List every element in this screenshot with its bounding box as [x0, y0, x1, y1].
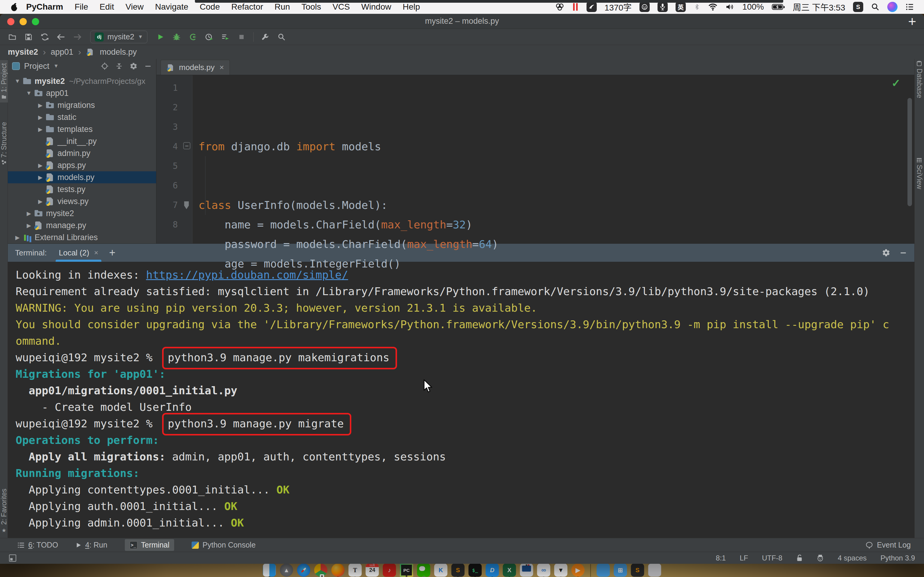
- locate-file-icon[interactable]: [101, 62, 108, 70]
- dock-icon-trash[interactable]: [648, 564, 661, 577]
- terminal-console[interactable]: Looking in indexes: https://pypi.douban.…: [8, 262, 914, 538]
- word-count[interactable]: 1370字: [604, 1, 632, 13]
- sogou-icon[interactable]: S: [853, 2, 863, 12]
- menu-item-navigate[interactable]: Navigate: [150, 0, 194, 14]
- unlock-icon[interactable]: [796, 554, 803, 562]
- synchronize-button[interactable]: [37, 31, 52, 44]
- tree-item-apps-py[interactable]: ▶apps.py: [8, 159, 156, 171]
- run-button[interactable]: [153, 31, 168, 44]
- parallels-pause-icon[interactable]: [572, 2, 579, 11]
- save-all-button[interactable]: [21, 31, 36, 44]
- battery-icon[interactable]: [772, 3, 785, 11]
- dock-icon-chrome[interactable]: [314, 564, 328, 577]
- sidebar-tab-structure[interactable]: 7: Structure: [0, 122, 8, 164]
- volume-icon[interactable]: [725, 3, 735, 11]
- dock-icon-sublime-window[interactable]: S: [631, 564, 644, 577]
- menu-item-file[interactable]: File: [69, 0, 94, 14]
- dictation-icon[interactable]: [657, 2, 668, 12]
- dock-icon-parallels[interactable]: [520, 564, 533, 577]
- chevron-down-icon[interactable]: ▼: [53, 63, 59, 69]
- run-configuration-select[interactable]: dj mysite2 ▼: [90, 31, 147, 43]
- hide-panel-icon[interactable]: [144, 62, 152, 70]
- debug-button[interactable]: [169, 31, 184, 44]
- breadcrumb-item[interactable]: app01: [51, 47, 73, 57]
- sidebar-tab-database[interactable]: Database: [914, 61, 924, 98]
- search-everywhere-button[interactable]: [274, 31, 289, 44]
- new-terminal-session-icon[interactable]: +: [109, 247, 115, 259]
- code-area[interactable]: 1234−5678 from django.db import modelscl…: [157, 75, 914, 243]
- tool-run[interactable]: 4: Run: [76, 541, 107, 550]
- tool-python-console[interactable]: Python Console: [192, 541, 256, 550]
- dock-icon-dingtalk[interactable]: D: [486, 564, 499, 577]
- dock-icon-tie-app[interactable]: ▼: [554, 564, 568, 577]
- tree-item--init-py[interactable]: __init__.py: [8, 135, 156, 147]
- wifi-icon[interactable]: [708, 3, 718, 11]
- tree-item-mysite2[interactable]: ▶mysite2: [8, 207, 156, 219]
- back-button[interactable]: [53, 31, 69, 44]
- chevron-right-icon[interactable]: ▶: [12, 234, 23, 241]
- sidebar-tab-sciview[interactable]: SciView: [914, 158, 924, 189]
- status-widget-8-1[interactable]: 8:1: [716, 554, 726, 562]
- tree-item-migrations[interactable]: ▶migrations: [8, 99, 156, 111]
- menu-item-view[interactable]: View: [120, 0, 149, 14]
- menu-item-pycharm[interactable]: PyCharm: [21, 0, 69, 14]
- chevron-right-icon[interactable]: ▶: [35, 102, 46, 109]
- input-language-icon[interactable]: 英: [675, 2, 686, 12]
- stop-button[interactable]: [234, 31, 249, 44]
- dock-icon-zapya[interactable]: ∞: [537, 564, 551, 577]
- collapse-all-icon[interactable]: [115, 62, 123, 70]
- chevron-right-icon[interactable]: ▶: [35, 174, 46, 181]
- tree-item-manage-py[interactable]: ▶manage.py: [8, 219, 156, 231]
- face-icon[interactable]: [817, 554, 824, 562]
- emoji-input-icon[interactable]: [640, 2, 650, 12]
- new-tab-plus-icon[interactable]: +: [908, 15, 916, 28]
- status-widget-utf-8[interactable]: UTF-8: [762, 554, 782, 562]
- clock[interactable]: 周三 下午3:53: [793, 1, 845, 13]
- editor-scrollbar[interactable]: [908, 98, 912, 206]
- dock-icon-folder-documents[interactable]: [597, 564, 610, 577]
- editor-tab-models-py[interactable]: models.py ×: [161, 60, 230, 75]
- battery-percent[interactable]: 100%: [742, 2, 764, 12]
- apple-icon[interactable]: [10, 2, 18, 11]
- inspections-ok-check-icon[interactable]: ✓: [892, 77, 901, 90]
- tree-item-external-libraries[interactable]: ▶External Libraries: [8, 231, 156, 243]
- gear-icon[interactable]: [130, 62, 137, 70]
- sidebar-tab-project[interactable]: 1: Project: [0, 60, 8, 103]
- dock-icon-tv-app[interactable]: ▶: [572, 564, 585, 577]
- tree-item-admin-py[interactable]: admin.py: [8, 147, 156, 159]
- chevron-right-icon[interactable]: ▶: [35, 126, 46, 133]
- tool-todo[interactable]: 6: TODO: [18, 541, 58, 550]
- terminal-tab-local[interactable]: Local (2) ×: [57, 244, 100, 262]
- chevron-right-icon[interactable]: ▶: [35, 198, 46, 205]
- status-widget-python-3-9[interactable]: Python 3.9: [880, 554, 915, 562]
- tree-item-views-py[interactable]: ▶views.py: [8, 195, 156, 207]
- project-panel-title[interactable]: Project: [24, 61, 49, 71]
- dock-icon-typora[interactable]: T: [349, 564, 362, 577]
- dock-icon-launchpad[interactable]: ▲: [280, 564, 293, 577]
- open-file-button[interactable]: [5, 31, 20, 44]
- dock-icon-terminal-app[interactable]: $_: [468, 564, 482, 577]
- breadcrumb-file[interactable]: models.py: [100, 47, 137, 57]
- chevron-down-icon[interactable]: ▼: [23, 90, 34, 97]
- status-widget-4-spaces[interactable]: 4 spaces: [838, 554, 867, 562]
- chevron-right-icon[interactable]: ▶: [23, 210, 34, 217]
- settings-wrench-button[interactable]: [258, 31, 273, 44]
- dock-icon-safari[interactable]: [297, 564, 310, 577]
- dock-icon-netease-music[interactable]: ♪: [383, 564, 396, 577]
- dock-icon-wechat[interactable]: [417, 564, 430, 577]
- fold-collapse-icon[interactable]: −: [183, 142, 191, 149]
- dock-icon-sublime-text[interactable]: S: [451, 564, 465, 577]
- menu-item-edit[interactable]: Edit: [94, 0, 120, 14]
- dock-icon-pycharm-dock[interactable]: PC: [400, 564, 413, 577]
- tree-item-app01[interactable]: ▼app01: [8, 87, 156, 99]
- chevron-right-icon[interactable]: ▶: [23, 222, 34, 229]
- dock-icon-keynote[interactable]: K: [435, 564, 447, 577]
- tri-circle-icon[interactable]: [555, 3, 564, 11]
- tool-terminal[interactable]: >_Terminal: [125, 539, 174, 551]
- dock-icon-folder-windows[interactable]: ⊞: [614, 564, 627, 577]
- dock-icon-finder[interactable]: [263, 564, 276, 577]
- run-with-coverage-button[interactable]: [185, 31, 200, 44]
- status-widget-lf[interactable]: LF: [740, 554, 748, 562]
- dock-icon-excel[interactable]: X: [503, 564, 516, 577]
- tree-item-static[interactable]: ▶static: [8, 111, 156, 123]
